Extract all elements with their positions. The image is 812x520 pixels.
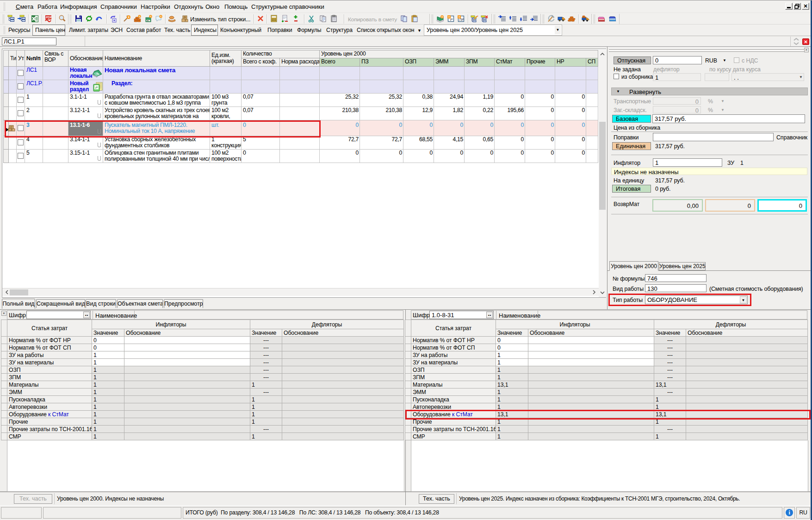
svg-text:PDF: PDF [46,16,52,19]
svg-text:P: P [95,86,98,90]
svg-text:ПР: ПР [459,18,464,21]
